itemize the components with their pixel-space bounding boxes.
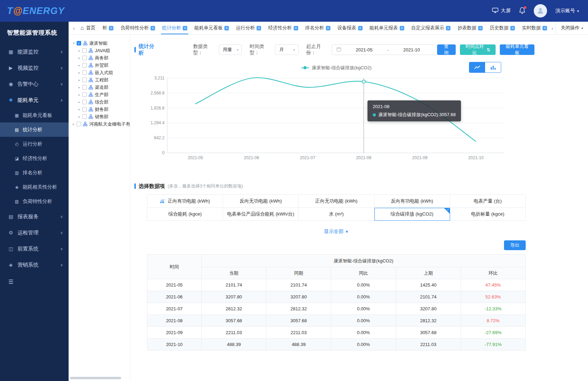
data-item-5[interactable]: 综合能耗 (kgce) [147, 208, 223, 221]
sidebar-item-energy-monitor[interactable]: ▦ 能源监控 ∨ [0, 44, 69, 60]
data-item-6[interactable]: 电表单位产品综合能耗 (kWh/台) [223, 208, 299, 221]
tree-checkbox[interactable] [82, 114, 87, 119]
sidebar-item-inspection[interactable]: ⚙ 运检管理 ∨ [0, 225, 69, 241]
tab-home[interactable]: ⌂ 首页 [77, 25, 99, 31]
tabs-scroll-right-icon[interactable]: › [549, 25, 555, 31]
time-compare-button[interactable]: 时间点对比 ⇅ [460, 44, 496, 55]
tree-caret-icon[interactable]: ▸ [77, 49, 82, 52]
sidebar-item-report-service[interactable]: ▤ 报表服务 ∨ [0, 209, 69, 225]
tree-caret-icon[interactable]: ▾ [71, 41, 76, 45]
time-type-select[interactable]: 月 ▾ [275, 44, 299, 55]
tab-unit-board[interactable]: 能耗单元看板 ✕ [191, 22, 232, 34]
tree-checkbox[interactable]: ✓ [77, 41, 81, 45]
bar-chart-button[interactable] [485, 62, 501, 72]
tree-caret-icon[interactable]: ▸ [77, 71, 82, 75]
data-item-4[interactable]: 电表产量 (台) [450, 195, 526, 208]
data-type-select[interactable]: 用量 ▾ [219, 44, 242, 55]
close-icon[interactable]: ✕ [478, 26, 483, 30]
sidebar-subitem-load-analysis[interactable]: ▧ 负荷特性分析 [0, 194, 69, 209]
legend-label[interactable]: 康派智能-综合碳排放(kgCO2) [312, 65, 371, 71]
tab-unit-report[interactable]: 能耗单元报表 ✕ [366, 22, 408, 34]
data-item-9[interactable]: 电折标量 (kgce) [450, 208, 526, 221]
tree-caret-icon[interactable]: ▸ [77, 78, 82, 82]
tree-checkbox[interactable] [82, 85, 87, 90]
export-button[interactable]: 导出 [504, 240, 526, 250]
sidebar-item-video-monitor[interactable]: ▶ 视频监控 ∨ [0, 60, 69, 76]
close-icon[interactable]: ✕ [294, 26, 298, 30]
sidebar-item-alarm-center[interactable]: ◉ 告警中心 ∨ [0, 76, 69, 92]
data-item-7[interactable]: 水 (m³) [299, 208, 374, 221]
tree-checkbox[interactable] [82, 48, 87, 53]
sidebar-subitem-economic-analysis[interactable]: ◪ 经济性分析 [0, 151, 69, 165]
close-icon[interactable]: ✕ [224, 26, 229, 30]
close-icon[interactable]: ✕ [446, 26, 450, 30]
line-chart-button[interactable] [469, 62, 485, 72]
close-icon[interactable]: ✕ [183, 26, 187, 30]
close-operations-menu[interactable]: 关闭操作 ▾ [555, 22, 588, 34]
tree-caret-icon[interactable]: ▸ [77, 63, 82, 67]
tree-checkbox[interactable] [82, 63, 87, 68]
sidebar-subitem-run-analysis[interactable]: ◴ 运行分析 [0, 137, 69, 151]
avatar[interactable] [534, 4, 547, 17]
tree-caret-icon[interactable]: ▸ [77, 93, 82, 97]
range-end-value[interactable]: 2021-10 [391, 47, 432, 52]
data-item-2[interactable]: 正向无功电能 (kWh) [299, 195, 374, 208]
tree-node[interactable]: ▸ 生产部 [71, 91, 130, 98]
account-menu[interactable]: 演示账号 ▾ [555, 8, 579, 14]
data-item-1[interactable]: 反向无功电能 (kWh) [223, 195, 299, 208]
close-icon[interactable]: ✕ [109, 26, 113, 30]
tree-checkbox[interactable] [82, 70, 87, 75]
tab-meter-data[interactable]: 抄表数据 ✕ [454, 22, 486, 34]
tree-horizontal-scrollbar[interactable] [70, 377, 121, 379]
data-item-0[interactable]: 正向有功电能 (kWh) [147, 195, 223, 208]
tree-node[interactable]: ▸ 外贸部 [71, 62, 130, 69]
close-icon[interactable]: ✕ [542, 26, 547, 30]
tree-checkbox[interactable] [82, 92, 87, 97]
tab-partial-left[interactable]: 析 ✕ [99, 22, 117, 34]
tree-checkbox[interactable] [82, 107, 87, 112]
sidebar-item-energy-unit[interactable]: ❖ 能耗单元 ∧ [0, 92, 69, 108]
sidebar-subitem-ranking-analysis[interactable]: ▥ 排名分析 [0, 165, 69, 180]
range-start-value[interactable]: 2021-05 [343, 47, 385, 52]
tree-node[interactable]: ▸ 销售部 [71, 113, 130, 120]
tree-caret-icon[interactable]: ▸ [77, 85, 82, 89]
big-screen-button[interactable]: 大屏 [492, 8, 511, 14]
tree-caret-icon[interactable]: ▸ [77, 107, 82, 111]
tree-node[interactable]: ▸ 财务部 [71, 106, 130, 113]
notification-bell[interactable] [519, 7, 525, 15]
tab-history-data[interactable]: 历史数据 ✕ [486, 22, 518, 34]
tab-realtime-data[interactable]: 实时数据 ✕ [518, 22, 549, 34]
unit-board-button[interactable]: 能耗单元看板 [500, 44, 534, 55]
tree-checkbox[interactable] [77, 122, 81, 126]
tabs-scroll-left-icon[interactable]: ‹ [71, 25, 77, 31]
sidebar-subitem-stat-analysis[interactable]: ▤ 统计分析 [0, 122, 69, 137]
tree-node[interactable]: ▸ 工程部 [71, 76, 130, 84]
tab-device-report[interactable]: 设备报表 ✕ [334, 22, 366, 34]
sidebar-item-marketing[interactable]: ◈ 营销系统 ∨ [0, 257, 69, 273]
tree-caret-icon[interactable]: ▸ [77, 56, 82, 60]
close-icon[interactable]: ✕ [510, 26, 515, 30]
close-icon[interactable]: ✕ [358, 26, 363, 30]
tab-run-analysis[interactable]: 运行分析 ✕ [232, 22, 265, 34]
tree-node[interactable]: ▸ JAVA组 [71, 47, 130, 54]
tree-checkbox[interactable] [82, 78, 87, 82]
tree-node[interactable]: ▸ 河南航天金穗电子有 [71, 120, 130, 128]
query-button[interactable]: 查询 [437, 44, 456, 55]
sidebar-subitem-correlation-analysis[interactable]: ◈ 能耗相关性分析 [0, 180, 69, 194]
tree-node[interactable]: ▸ 综合部 [71, 98, 130, 106]
tree-checkbox[interactable] [82, 56, 87, 60]
tree-node[interactable]: ▸ 嵌入式组 [71, 69, 130, 76]
tab-stat-analysis[interactable]: 统计分析 ✕ [159, 22, 191, 34]
close-icon[interactable]: ✕ [257, 26, 261, 30]
close-icon[interactable]: ✕ [326, 26, 330, 30]
tree-node[interactable]: ▸ 商务部 [71, 54, 130, 62]
close-icon[interactable]: ✕ [400, 26, 404, 30]
tab-load-analysis[interactable]: 负荷特性分析 ✕ [117, 22, 159, 34]
sidebar-collapse-button[interactable]: ☰ [0, 273, 69, 285]
tree-caret-icon[interactable]: ▸ [71, 122, 76, 126]
month-range-picker[interactable]: 2021-05 - 2021-10 [332, 44, 437, 55]
data-item-8[interactable]: 综合碳排放 (kgCO2) ✓ [374, 208, 450, 221]
line-chart[interactable]: 0642.21,284.41,926.62,568.83,2112021-052… [147, 74, 526, 162]
show-all-toggle[interactable]: 显示全部 ▼ [147, 228, 526, 235]
tab-economic-analysis[interactable]: 经济性分析 ✕ [265, 22, 302, 34]
